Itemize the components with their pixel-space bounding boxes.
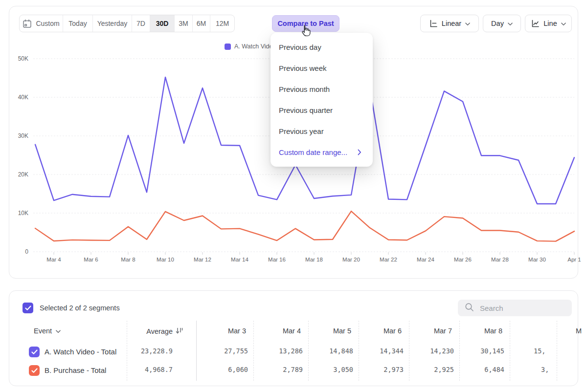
date-preset-today[interactable]: Today — [63, 15, 93, 32]
segments-table-panel: Selected 2 of 2 segments Search EventAve… — [9, 290, 578, 386]
chevron-down-icon — [465, 20, 470, 27]
date-preset-30d[interactable]: 30D — [150, 15, 175, 32]
cell-value: 14,344 — [355, 347, 404, 355]
menu-item-label: Custom date range... — [279, 148, 347, 156]
check-icon — [31, 349, 38, 355]
chevron-down-icon — [56, 327, 61, 335]
row-checkbox-watch-video[interactable] — [29, 347, 40, 357]
cell-average: 4,968.7 — [107, 366, 173, 373]
compare-menu: Previous dayPrevious weekPrevious monthP… — [271, 33, 373, 167]
date-preset-label: 7D — [136, 20, 145, 27]
cell-average: 23,228.9 — [107, 347, 173, 355]
line-chart-icon — [531, 19, 540, 28]
cell-value-clipped: 3, — [541, 366, 570, 373]
row-checkbox-purchase[interactable] — [29, 365, 40, 376]
cell-value-clipped: 15, — [534, 347, 563, 355]
insights-dashboard: CustomTodayYesterday7D30D3M6M12M Compare… — [0, 0, 587, 392]
date-preset-yesterday[interactable]: Yesterday — [93, 15, 132, 32]
date-range-picker: CustomTodayYesterday7D30D3M6M12M — [19, 15, 235, 32]
column-header-mar-6[interactable]: Mar 6 — [358, 327, 402, 335]
menu-item-custom-date-range[interactable]: Custom date range... — [271, 142, 373, 163]
date-preset-label: 3M — [179, 20, 188, 27]
cell-value: 2,973 — [355, 366, 404, 373]
cell-value: 6,060 — [199, 366, 248, 373]
segments-summary-label: Selected 2 of 2 segments — [40, 304, 120, 312]
cell-value: 6,484 — [455, 366, 504, 373]
date-preset-12m[interactable]: 12M — [210, 15, 234, 32]
date-preset-label: Today — [68, 20, 87, 27]
cell-value: 14,848 — [304, 347, 353, 355]
search-placeholder: Search — [480, 304, 503, 312]
column-header-label: Average — [146, 327, 173, 335]
cell-value: 27,755 — [199, 347, 248, 355]
menu-item-label: Previous month — [279, 85, 330, 93]
compare-to-past-label: Compare to Past — [277, 20, 334, 27]
sort-descending-icon — [176, 327, 183, 336]
menu-item-label: Previous quarter — [279, 106, 333, 114]
date-preset-6m[interactable]: 6M — [193, 15, 210, 32]
column-header-mar-4[interactable]: Mar 4 — [257, 327, 301, 335]
date-preset-label: Custom — [36, 20, 59, 27]
cell-value: 14,230 — [405, 347, 454, 355]
search-icon — [465, 303, 474, 314]
column-header-mar-5[interactable]: Mar 5 — [307, 327, 351, 335]
chart-type-dropdown-label: Line — [543, 20, 557, 27]
chart-type-dropdown-button[interactable]: Line — [525, 15, 572, 32]
column-header-label: Event — [34, 327, 52, 335]
legend-item-watch-video[interactable]: A. Watch Video — [225, 43, 276, 50]
date-preset-label: 6M — [197, 20, 206, 27]
cell-value: 13,286 — [254, 347, 303, 355]
date-preset-7d[interactable]: 7D — [132, 15, 150, 32]
scale-dropdown-label: Linear — [442, 20, 461, 27]
check-icon — [25, 305, 31, 311]
scale-dropdown-button[interactable]: Linear — [420, 15, 479, 32]
chevron-down-icon — [561, 20, 566, 27]
date-preset-label: 12M — [216, 20, 229, 27]
date-preset-custom[interactable]: Custom — [20, 15, 63, 32]
check-icon — [31, 368, 38, 373]
cell-value: 2,925 — [405, 366, 454, 373]
chevron-down-icon — [508, 20, 513, 27]
interval-dropdown-button[interactable]: Day — [483, 15, 521, 32]
date-preset-3m[interactable]: 3M — [175, 15, 193, 32]
chevron-right-icon — [358, 149, 362, 155]
interval-dropdown-label: Day — [491, 20, 504, 27]
column-header-mar-8[interactable]: Mar 8 — [458, 327, 502, 335]
menu-item-previous-month[interactable]: Previous month — [271, 79, 373, 100]
column-header-mar-7[interactable]: Mar 7 — [408, 327, 452, 335]
column-header-event[interactable]: Event — [34, 327, 61, 335]
column-header-mar-3[interactable]: Mar 3 — [202, 327, 246, 335]
cell-value: 2,789 — [254, 366, 303, 373]
column-header-clipped[interactable]: M — [576, 327, 587, 335]
column-header-average[interactable]: Average — [107, 327, 183, 336]
segments-summary: Selected 2 of 2 segments — [23, 303, 120, 313]
column-divider — [196, 321, 197, 381]
cell-value: 30,145 — [455, 347, 504, 355]
select-all-checkbox[interactable] — [23, 303, 33, 313]
menu-item-previous-quarter[interactable]: Previous quarter — [271, 100, 373, 121]
menu-item-previous-day[interactable]: Previous day — [271, 37, 373, 58]
menu-item-label: Previous year — [279, 127, 324, 135]
menu-item-previous-year[interactable]: Previous year — [271, 121, 373, 142]
axis-linear-icon — [429, 19, 438, 28]
compare-to-past-button[interactable]: Compare to Past — [272, 15, 339, 32]
calendar-icon — [23, 19, 32, 28]
legend-swatch-icon — [225, 44, 231, 50]
cell-value: 3,050 — [304, 366, 353, 373]
menu-item-label: Previous week — [279, 64, 327, 72]
search-input[interactable]: Search — [458, 300, 572, 316]
date-preset-label: Yesterday — [97, 20, 128, 27]
menu-item-previous-week[interactable]: Previous week — [271, 58, 373, 79]
date-preset-label: 30D — [156, 20, 169, 27]
column-divider — [510, 321, 510, 381]
menu-item-label: Previous day — [279, 43, 321, 51]
legend-label: A. Watch Video — [234, 43, 276, 50]
